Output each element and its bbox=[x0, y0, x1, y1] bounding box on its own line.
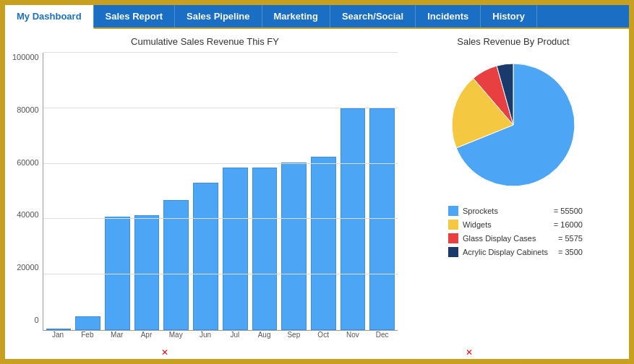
bar-chart-area: 100000 80000 60000 40000 20000 0 JanFebM… bbox=[12, 53, 398, 339]
bar-col-may bbox=[163, 53, 189, 330]
x-label-aug: Aug bbox=[252, 331, 277, 339]
bar-mar bbox=[105, 217, 130, 330]
tab-marketing[interactable]: Marketing bbox=[262, 5, 330, 27]
tab-bar: My Dashboard Sales Report Sales Pipeline… bbox=[5, 5, 629, 29]
pie-chart-title: Sales Revenue By Product bbox=[457, 36, 569, 47]
bar-feb bbox=[75, 316, 100, 330]
legend-label-text: Glass Display Cases bbox=[463, 234, 548, 243]
tab-sales-pipeline[interactable]: Sales Pipeline bbox=[175, 5, 262, 27]
legend-label-text: Widgets bbox=[463, 220, 544, 229]
bar-jul bbox=[223, 168, 248, 330]
bottom-left-mark: ✕ bbox=[161, 347, 168, 358]
bar-apr bbox=[134, 215, 160, 330]
pie-chart-svg bbox=[441, 53, 586, 197]
tab-search-social[interactable]: Search/Social bbox=[330, 5, 416, 27]
bar-sep bbox=[281, 162, 307, 330]
bar-col-nov bbox=[340, 53, 366, 330]
bar-chart-inner: JanFebMarAprMayJunJulAugSepOctNovDec bbox=[43, 53, 398, 339]
bar-nov bbox=[340, 108, 366, 330]
bar-dec bbox=[369, 108, 395, 330]
tab-incidents[interactable]: Incidents bbox=[416, 5, 481, 27]
bar-col-jul bbox=[223, 53, 248, 330]
tab-history[interactable]: History bbox=[481, 5, 537, 27]
legend-value-text: = 5575 bbox=[558, 234, 583, 243]
y-axis: 100000 80000 60000 40000 20000 0 bbox=[12, 53, 43, 339]
tab-sales-report[interactable]: Sales Report bbox=[94, 5, 175, 27]
pie-legend: Sprockets= 55500Widgets= 16000Glass Disp… bbox=[448, 206, 583, 257]
bar-aug bbox=[252, 168, 278, 330]
bottom-row: ✕ ✕ bbox=[5, 346, 629, 359]
bar-col-jun bbox=[193, 53, 218, 330]
x-label-may: May bbox=[163, 331, 189, 339]
legend-value-text: = 16000 bbox=[554, 220, 583, 229]
bar-col-mar bbox=[105, 53, 130, 330]
x-label-jun: Jun bbox=[193, 331, 218, 339]
x-label-jan: Jan bbox=[46, 331, 71, 339]
x-label-jul: Jul bbox=[222, 331, 247, 339]
legend-item-widgets: Widgets= 16000 bbox=[448, 220, 583, 230]
bar-col-feb bbox=[75, 53, 100, 330]
bar-col-oct bbox=[311, 53, 336, 330]
bar-col-dec bbox=[369, 53, 395, 330]
legend-label-text: Sprockets bbox=[463, 207, 544, 215]
bar-jun bbox=[193, 183, 218, 330]
x-label-mar: Mar bbox=[104, 331, 129, 339]
bottom-right-mark: ✕ bbox=[466, 347, 473, 358]
legend-value-text: = 55500 bbox=[554, 207, 583, 215]
bar-col-jan bbox=[46, 53, 72, 330]
legend-color-swatch bbox=[448, 233, 458, 243]
legend-color-swatch bbox=[448, 247, 458, 257]
tab-my-dashboard[interactable]: My Dashboard bbox=[5, 5, 94, 29]
bar-oct bbox=[311, 157, 336, 330]
bar-col-sep bbox=[281, 53, 307, 330]
legend-item-sprockets: Sprockets= 55500 bbox=[448, 206, 583, 216]
pie-chart-section: Sales Revenue By Product Sprockets= 5550… bbox=[405, 36, 622, 339]
bar-chart-container: Cumulative Sales Revenue This FY 100000 … bbox=[12, 36, 398, 339]
x-label-oct: Oct bbox=[311, 331, 336, 339]
content-area: Cumulative Sales Revenue This FY 100000 … bbox=[5, 29, 629, 346]
legend-item-glass-display-cases: Glass Display Cases= 5575 bbox=[448, 233, 583, 243]
legend-item-acrylic-display-cabinets: Acrylic Display Cabinets= 3500 bbox=[448, 247, 583, 257]
x-label-dec: Dec bbox=[369, 331, 395, 339]
x-label-apr: Apr bbox=[134, 331, 159, 339]
legend-color-swatch bbox=[448, 206, 458, 216]
legend-color-swatch bbox=[448, 220, 458, 230]
x-label-sep: Sep bbox=[281, 331, 307, 339]
x-label-feb: Feb bbox=[75, 331, 100, 339]
bar-jan bbox=[46, 329, 72, 330]
bar-may bbox=[163, 200, 189, 330]
x-label-nov: Nov bbox=[340, 331, 366, 339]
legend-value-text: = 3500 bbox=[558, 248, 583, 256]
bar-col-apr bbox=[134, 53, 160, 330]
bar-chart-title: Cumulative Sales Revenue This FY bbox=[131, 36, 279, 47]
x-axis-labels: JanFebMarAprMayJunJulAugSepOctNovDec bbox=[43, 331, 398, 339]
bar-col-aug bbox=[252, 53, 278, 330]
legend-label-text: Acrylic Display Cabinets bbox=[463, 248, 548, 256]
pie-wrapper: Sprockets= 55500Widgets= 16000Glass Disp… bbox=[441, 53, 586, 257]
bars-area bbox=[43, 53, 398, 331]
